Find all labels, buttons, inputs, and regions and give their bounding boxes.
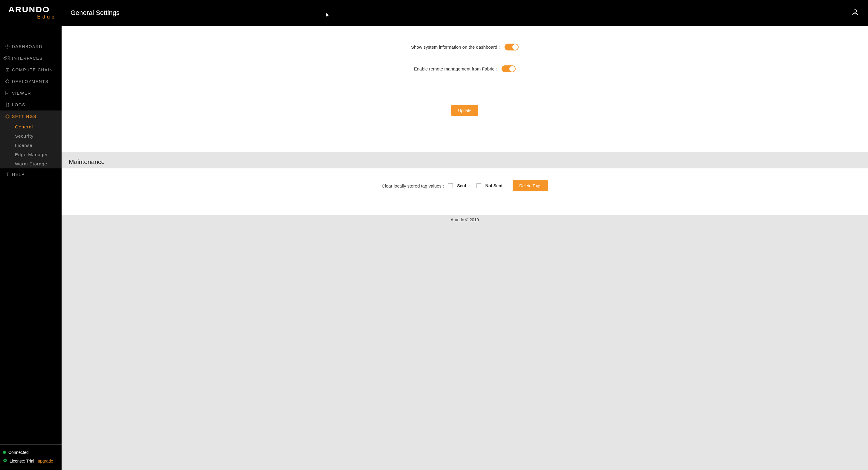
sidebar-item-label: HELP — [12, 172, 25, 177]
sidebar-item-label: DEPLOYMENTS — [12, 79, 49, 84]
svg-rect-3 — [8, 57, 9, 58]
logo-sub: Edge — [8, 14, 62, 20]
general-settings-panel: Show system information on the dashboard… — [62, 26, 868, 152]
update-button[interactable]: Update — [451, 105, 478, 116]
not-sent-label: Not Sent — [486, 183, 503, 188]
svg-point-11 — [3, 459, 7, 462]
subnav-item-edge-manager[interactable]: Edge Manager — [0, 150, 62, 159]
sidebar-item-viewer[interactable]: VIEWER — [0, 87, 62, 99]
logo[interactable]: ARUNDO Edge — [0, 6, 62, 20]
sidebar-item-label: INTERFACES — [12, 56, 43, 61]
sidebar-collapse-icon[interactable] — [2, 56, 7, 62]
enable-remote-toggle[interactable] — [501, 65, 516, 72]
svg-rect-5 — [8, 59, 9, 60]
svg-point-8 — [7, 116, 8, 117]
status-license: License: Trial upgrade — [3, 457, 59, 465]
svg-rect-7 — [7, 69, 8, 70]
sidebar-item-logs[interactable]: LOGS — [0, 99, 62, 110]
show-sysinfo-label: Show system information on the dashboard… — [411, 44, 500, 49]
sidebar-item-label: SETTINGS — [12, 114, 36, 119]
logo-brand: ARUNDO — [8, 6, 67, 13]
subnav-item-general[interactable]: General — [0, 122, 62, 131]
sidebar-item-label: COMPUTE CHAIN — [12, 67, 53, 72]
subnav-item-license[interactable]: License — [0, 141, 62, 150]
show-sysinfo-toggle[interactable] — [504, 43, 519, 51]
sidebar-item-deployments[interactable]: DEPLOYMENTS — [0, 75, 62, 87]
help-icon — [3, 172, 12, 177]
chip-icon — [3, 67, 12, 72]
status-connected-label: Connected — [8, 450, 29, 455]
sidebar-item-label: VIEWER — [12, 91, 31, 96]
sidebar-item-interfaces[interactable]: INTERFACES — [0, 52, 62, 64]
page-title: General Settings — [70, 9, 851, 17]
maintenance-panel: Clear locally stored tag values : Sent N… — [62, 168, 868, 215]
sidebar-item-label: LOGS — [12, 102, 25, 107]
svg-rect-6 — [6, 68, 9, 71]
clear-tags-label: Clear locally stored tag values : — [382, 183, 444, 189]
sidebar-item-help[interactable]: HELP — [0, 168, 62, 180]
subnav-item-security[interactable]: Security — [0, 131, 62, 141]
sidebar-status: Connected License: Trial upgrade — [0, 444, 62, 470]
svg-point-0 — [854, 9, 857, 12]
sidebar: DASHBOARD INTERFACES COMPUTE CHAIN DEPLO… — [0, 26, 62, 470]
subnav-item-warm-storage[interactable]: Warm Storage — [0, 159, 62, 168]
status-license-label: License: Trial — [9, 459, 34, 463]
document-icon — [3, 102, 12, 107]
upgrade-link[interactable]: upgrade — [38, 459, 53, 463]
status-connected: Connected — [3, 448, 59, 457]
sent-checkbox[interactable] — [448, 183, 453, 188]
chart-icon — [3, 91, 12, 96]
main-content: Show system information on the dashboard… — [62, 26, 868, 470]
check-circle-icon — [3, 458, 7, 463]
maintenance-heading: Maintenance — [62, 152, 868, 168]
header: ARUNDO Edge General Settings — [0, 0, 868, 26]
sidebar-item-compute-chain[interactable]: COMPUTE CHAIN — [0, 64, 62, 75]
rocket-icon — [3, 79, 12, 84]
sidebar-item-dashboard[interactable]: DASHBOARD — [0, 41, 62, 52]
delete-tags-button[interactable]: Delete Tags — [513, 180, 548, 191]
not-sent-checkbox[interactable] — [476, 183, 481, 188]
user-icon[interactable] — [851, 8, 859, 17]
sidebar-item-label: DASHBOARD — [12, 44, 42, 49]
sidebar-item-settings[interactable]: SETTINGS — [0, 110, 62, 122]
enable-remote-label: Enable remote management from Fabric : — [414, 66, 497, 71]
footer-text: Arundo © 2019 — [62, 215, 868, 223]
gear-icon — [3, 114, 12, 119]
settings-subnav: General Security License Edge Manager Wa… — [0, 122, 62, 168]
gauge-icon — [3, 44, 12, 49]
status-dot-icon — [3, 451, 6, 454]
sent-label: Sent — [457, 183, 466, 188]
svg-point-10 — [7, 175, 8, 176]
